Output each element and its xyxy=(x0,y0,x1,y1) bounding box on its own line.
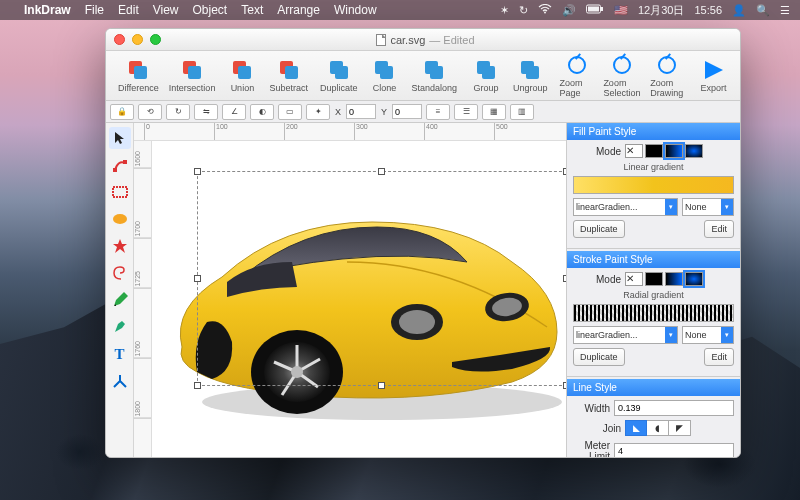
node-tool[interactable] xyxy=(109,154,131,176)
close-window-button[interactable] xyxy=(114,34,125,45)
lock-toggle[interactable]: 🔒 xyxy=(110,104,134,120)
union-button[interactable]: Union xyxy=(221,57,263,95)
pencil-tool[interactable] xyxy=(109,289,131,311)
menu-text[interactable]: Text xyxy=(241,3,263,17)
menu-arrange[interactable]: Arrange xyxy=(277,3,320,17)
menu-window[interactable]: Window xyxy=(334,3,377,17)
stroke-mode-linear[interactable] xyxy=(665,272,683,286)
notification-icon[interactable]: ☰ xyxy=(780,4,790,17)
timemachine-icon[interactable]: ↻ xyxy=(519,4,528,17)
standalone-button[interactable]: Standalong xyxy=(407,57,461,95)
volume-icon[interactable]: 🔊 xyxy=(562,4,576,17)
join-round[interactable]: ◖ xyxy=(647,420,669,436)
vertical-ruler[interactable]: 1600 1700 1725 1760 1800 xyxy=(134,141,152,457)
export-button[interactable]: Export xyxy=(693,57,735,95)
x-input[interactable] xyxy=(346,104,376,119)
line-width-input[interactable] xyxy=(614,400,734,416)
stroke-panel-header[interactable]: Stroke Paint Style xyxy=(567,251,740,268)
text-tool[interactable]: T xyxy=(109,343,131,365)
join-miter[interactable]: ◣ xyxy=(625,420,647,436)
fill-gradient-select[interactable]: linearGradien...▾ xyxy=(573,198,678,216)
stroke-gradient-select[interactable]: linearGradien...▾ xyxy=(573,326,678,344)
fill-duplicate-button[interactable]: Duplicate xyxy=(573,220,625,238)
spiral-tool[interactable] xyxy=(109,262,131,284)
line-panel-header[interactable]: Line Style xyxy=(567,379,740,396)
prop-align1[interactable]: ≡ xyxy=(426,104,450,120)
connector-tool[interactable] xyxy=(109,370,131,392)
prop-rotate[interactable]: ↻ xyxy=(166,104,190,120)
subtract-button[interactable]: Subetract xyxy=(265,57,312,95)
zoom-page-button[interactable]: Zoom Page xyxy=(556,52,598,100)
menu-edit[interactable]: Edit xyxy=(118,3,139,17)
selection-bounds[interactable] xyxy=(197,171,566,386)
prop-anchor[interactable]: ✦ xyxy=(306,104,330,120)
stroke-gradient-preview[interactable] xyxy=(573,304,734,322)
user-icon[interactable]: 👤 xyxy=(732,4,746,17)
select-tool[interactable] xyxy=(109,127,131,149)
fill-mode-flat[interactable] xyxy=(645,144,663,158)
fill-mode-none[interactable]: ✕ xyxy=(625,144,643,158)
battery-icon[interactable] xyxy=(586,4,604,16)
status-date[interactable]: 12月30日 xyxy=(638,3,684,18)
ruler-tick: 1600 xyxy=(134,151,151,169)
difference-button[interactable]: Difference xyxy=(114,57,163,95)
line-join-segmented[interactable]: ◣ ◖ ◤ xyxy=(625,420,691,436)
stroke-duplicate-button[interactable]: Duplicate xyxy=(573,348,625,366)
titlebar[interactable]: car.svg — Edited xyxy=(106,29,740,51)
clone-button[interactable]: Clone xyxy=(363,57,405,95)
group-button[interactable]: Group xyxy=(465,57,507,95)
fill-mode-linear[interactable] xyxy=(665,144,683,158)
ellipse-tool[interactable] xyxy=(109,208,131,230)
resize-handle-ne[interactable] xyxy=(563,168,566,175)
resize-handle-se[interactable] xyxy=(563,382,566,389)
zoom-drawing-button[interactable]: Zoom Drawing xyxy=(646,52,688,100)
prop-flip[interactable]: ⇋ xyxy=(194,104,218,120)
flag-icon[interactable]: 🇺🇸 xyxy=(614,4,628,17)
stroke-mode-radial[interactable] xyxy=(685,272,703,286)
stroke-mode-none[interactable]: ✕ xyxy=(625,272,643,286)
y-input[interactable] xyxy=(392,104,422,119)
rect-tool[interactable] xyxy=(109,181,131,203)
zoom-selection-button[interactable]: Zoom Selection xyxy=(600,52,645,100)
menubar-app-name[interactable]: InkDraw xyxy=(24,3,71,17)
resize-handle-n[interactable] xyxy=(378,168,385,175)
menu-view[interactable]: View xyxy=(153,3,179,17)
link-toggle[interactable]: ⟲ xyxy=(138,104,162,120)
resize-handle-e[interactable] xyxy=(563,275,566,282)
spotlight-icon[interactable]: 🔍 xyxy=(756,4,770,17)
stroke-mode-flat[interactable] xyxy=(645,272,663,286)
prop-align4[interactable]: ▥ xyxy=(510,104,534,120)
stroke-none-select[interactable]: None▾ xyxy=(682,326,734,344)
evernote-icon[interactable]: ✶ xyxy=(500,4,509,17)
fill-none-select[interactable]: None▾ xyxy=(682,198,734,216)
menu-file[interactable]: File xyxy=(85,3,104,17)
horizontal-ruler[interactable]: 0 100 200 300 400 500 xyxy=(134,123,566,141)
pen-tool[interactable] xyxy=(109,316,131,338)
drawing-canvas[interactable] xyxy=(152,141,566,457)
resize-handle-w[interactable] xyxy=(194,275,201,282)
wifi-icon[interactable] xyxy=(538,4,552,16)
ungroup-button[interactable]: Ungroup xyxy=(509,57,552,95)
prop-align3[interactable]: ▦ xyxy=(482,104,506,120)
prop-align2[interactable]: ☰ xyxy=(454,104,478,120)
minimize-window-button[interactable] xyxy=(132,34,143,45)
fill-mode-radial[interactable] xyxy=(685,144,703,158)
zoom-window-button[interactable] xyxy=(150,34,161,45)
prop-corner[interactable]: ◐ xyxy=(250,104,274,120)
status-time[interactable]: 15:56 xyxy=(694,4,722,16)
star-tool[interactable] xyxy=(109,235,131,257)
resize-handle-nw[interactable] xyxy=(194,168,201,175)
join-bevel[interactable]: ◤ xyxy=(669,420,691,436)
prop-angle[interactable]: ∠ xyxy=(222,104,246,120)
menu-object[interactable]: Object xyxy=(193,3,228,17)
fill-edit-button[interactable]: Edit xyxy=(704,220,734,238)
meter-limit-input[interactable] xyxy=(614,443,734,457)
resize-handle-sw[interactable] xyxy=(194,382,201,389)
intersection-button[interactable]: Intersection xyxy=(165,57,220,95)
stroke-edit-button[interactable]: Edit xyxy=(704,348,734,366)
fill-gradient-preview[interactable] xyxy=(573,176,734,194)
resize-handle-s[interactable] xyxy=(378,382,385,389)
prop-dim[interactable]: ▭ xyxy=(278,104,302,120)
duplicate-button[interactable]: Duplicate xyxy=(316,57,362,95)
fill-panel-header[interactable]: Fill Paint Style xyxy=(567,123,740,140)
